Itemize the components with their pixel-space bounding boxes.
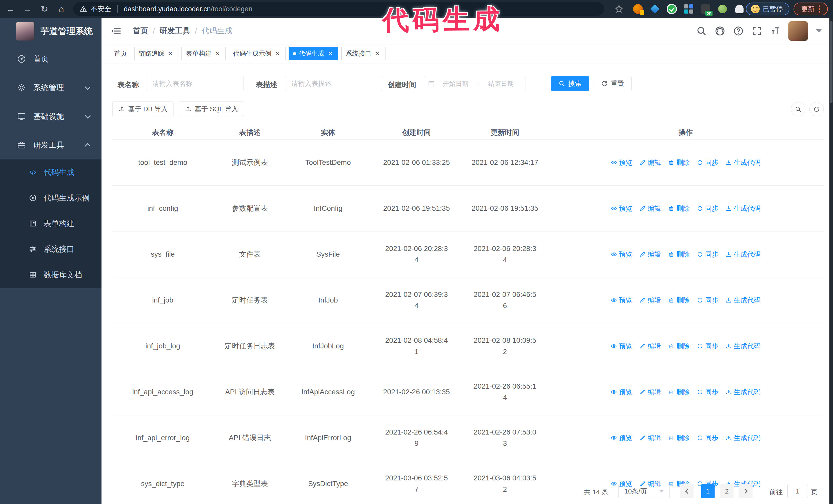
hamburger-fold-icon[interactable] (111, 25, 122, 37)
sidebar-item-db-doc[interactable]: 数据库文档 (0, 262, 101, 288)
prev-page-button[interactable] (680, 484, 694, 498)
extension-check-icon[interactable] (666, 4, 677, 14)
generate-code-link[interactable]: 生成代码 (725, 203, 760, 214)
sidebar-item-home[interactable]: 首页 (0, 45, 101, 73)
delete-link[interactable]: 删除 (668, 249, 690, 260)
generate-code-link[interactable]: 生成代码 (725, 249, 760, 260)
delete-link[interactable]: 删除 (668, 386, 690, 398)
edit-link[interactable]: 编辑 (640, 432, 661, 443)
preview-link[interactable]: 预览 (611, 432, 632, 443)
extension-grid-icon[interactable] (683, 4, 694, 14)
page-button-2[interactable]: 2 (720, 484, 734, 498)
browser-home-icon[interactable]: ⌂ (54, 0, 68, 18)
edit-link[interactable]: 编辑 (640, 203, 661, 214)
browser-reload-icon[interactable]: ↻ (38, 0, 51, 18)
profile-paused-badge[interactable]: 已暂停 (746, 3, 789, 16)
extension-onpage-icon[interactable]: on (700, 4, 711, 14)
start-date-placeholder[interactable]: 开始日期 (435, 79, 476, 88)
table-name-input[interactable] (146, 76, 243, 91)
preview-link[interactable]: 预览 (611, 203, 632, 214)
page-url[interactable]: dashboard.yudao.iocoder.cn/tool/codegen (124, 5, 252, 13)
import-sql-button[interactable]: 基于 SQL 导入 (179, 101, 244, 116)
sidebar-item-devtools[interactable]: 研发工具 (0, 131, 101, 160)
extension-colorzilla-icon[interactable] (633, 4, 643, 14)
sidebar-item-form-builder[interactable]: 表单构建 (0, 211, 101, 236)
import-db-button[interactable]: 基于 DB 导入 (112, 101, 174, 116)
preview-link[interactable]: 预览 (611, 340, 632, 352)
browser-forward-icon[interactable]: → (21, 0, 34, 18)
avatar-caret-down-icon[interactable] (816, 29, 822, 32)
generate-code-link[interactable]: 生成代码 (725, 157, 760, 168)
security-label[interactable]: 不安全 (91, 4, 111, 14)
app-logo[interactable]: 芋道管理系统 (0, 18, 101, 45)
help-icon[interactable] (733, 26, 744, 37)
tag-close-icon[interactable]: × (167, 50, 174, 57)
view-tag[interactable]: 代码生成示例 × (229, 47, 286, 60)
sidebar-item-system-api[interactable]: 系统接口 (0, 236, 101, 262)
edit-link[interactable]: 编辑 (640, 386, 661, 398)
tag-close-icon[interactable]: × (327, 50, 334, 57)
tag-close-icon[interactable]: × (374, 50, 381, 57)
toggle-search-button[interactable] (791, 102, 805, 116)
edit-link[interactable]: 编辑 (640, 157, 661, 168)
next-page-button[interactable] (739, 484, 753, 498)
preview-link[interactable]: 预览 (611, 157, 632, 168)
delete-link[interactable]: 删除 (668, 294, 690, 306)
sync-link[interactable]: 同步 (697, 386, 718, 398)
search-icon[interactable] (696, 26, 707, 37)
preview-link[interactable]: 预览 (611, 386, 632, 398)
edit-link[interactable]: 编辑 (640, 249, 661, 260)
reset-button[interactable]: 重置 (594, 76, 632, 91)
sidebar-item-codegen-example[interactable]: 代码生成示例 (0, 185, 101, 211)
font-size-icon[interactable] (770, 26, 781, 37)
browser-update-button[interactable]: 更新 (793, 3, 828, 16)
delete-link[interactable]: 删除 (668, 157, 690, 168)
generate-code-link[interactable]: 生成代码 (725, 340, 760, 352)
delete-link[interactable]: 删除 (668, 203, 690, 214)
sync-link[interactable]: 同步 (697, 294, 718, 306)
sync-link[interactable]: 同步 (697, 203, 718, 214)
sync-link[interactable]: 同步 (697, 157, 718, 168)
fullscreen-icon[interactable] (752, 26, 762, 37)
generate-code-link[interactable]: 生成代码 (725, 386, 760, 398)
delete-link[interactable]: 删除 (668, 432, 690, 443)
address-bar[interactable]: 不安全 dashboard.yudao.iocoder.cn/tool/code… (73, 2, 604, 16)
sidebar-item-codegen[interactable]: 代码生成 (0, 160, 101, 185)
refresh-table-button[interactable] (809, 102, 824, 116)
date-range-picker[interactable]: 开始日期 - 结束日期 (424, 76, 525, 91)
page-size-select[interactable]: 10条/页 (618, 484, 670, 498)
view-tag[interactable]: 首页 × (110, 47, 131, 60)
generate-code-link[interactable]: 生成代码 (725, 294, 760, 306)
goto-page-input[interactable] (787, 484, 808, 498)
preview-link[interactable]: 预览 (611, 249, 632, 260)
search-button[interactable]: 搜索 (551, 76, 589, 91)
sidebar-item-infra[interactable]: 基础设施 (0, 102, 101, 131)
extension-green-icon[interactable] (717, 4, 728, 14)
browser-back-icon[interactable]: ← (4, 0, 18, 18)
sync-link[interactable]: 同步 (697, 249, 718, 260)
end-date-placeholder[interactable]: 结束日期 (480, 79, 522, 88)
sidebar-item-system[interactable]: 系统管理 (0, 73, 101, 102)
view-tag[interactable]: 链路追踪 × (134, 47, 178, 60)
delete-link[interactable]: 删除 (668, 340, 690, 352)
extension-ghost-icon[interactable] (734, 4, 745, 14)
tag-close-icon[interactable]: × (214, 50, 221, 57)
breadcrumb-devtools[interactable]: 研发工具 (160, 26, 190, 36)
tag-close-icon[interactable]: × (274, 50, 281, 57)
window-scrollbar[interactable] (829, 18, 833, 504)
preview-link[interactable]: 预览 (611, 294, 632, 306)
sync-link[interactable]: 同步 (697, 340, 718, 352)
sync-link[interactable]: 同步 (697, 432, 718, 443)
generate-code-link[interactable]: 生成代码 (725, 432, 760, 443)
breadcrumb-home[interactable]: 首页 (133, 26, 148, 36)
view-tag[interactable]: 表单构建 × (182, 47, 225, 60)
view-tag[interactable]: 系统接口 × (341, 47, 385, 60)
edit-link[interactable]: 编辑 (640, 340, 661, 352)
scrollbar-thumb[interactable] (830, 21, 832, 103)
table-desc-input[interactable] (285, 76, 382, 91)
view-tag[interactable]: 代码生成 × (289, 47, 338, 60)
user-avatar[interactable] (788, 21, 808, 41)
edit-link[interactable]: 编辑 (640, 294, 661, 306)
browser-menu-dots-icon[interactable] (819, 5, 820, 13)
extension-gem-icon[interactable] (649, 4, 660, 14)
